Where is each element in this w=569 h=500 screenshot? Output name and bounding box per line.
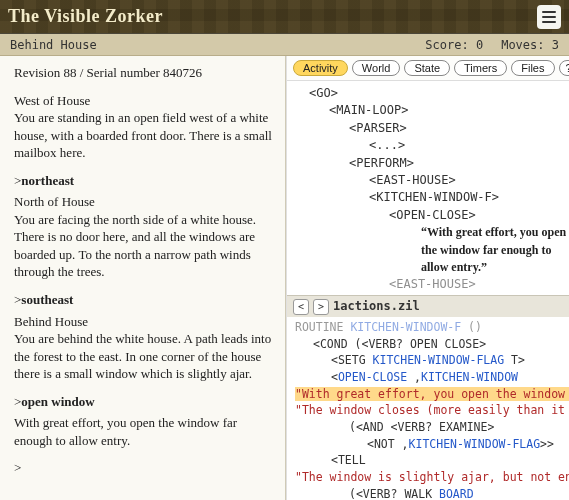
source-code-pane: ROUTINE KITCHEN-WINDOW-F () <COND (<VERB… bbox=[287, 317, 569, 500]
code-line: <COND (<VERB? OPEN CLOSE> bbox=[295, 336, 569, 353]
prompt[interactable]: > bbox=[14, 459, 273, 477]
tab-state[interactable]: State bbox=[404, 60, 450, 76]
cmd-northeast: >northeast bbox=[14, 172, 273, 190]
tab-world[interactable]: World bbox=[352, 60, 401, 76]
file-name: 1actions.zil bbox=[333, 298, 420, 315]
status-score: Score: 0 bbox=[425, 38, 483, 52]
tab-bar: Activity World State Timers Files ? bbox=[287, 56, 569, 81]
cmd-southeast: >southeast bbox=[14, 291, 273, 309]
code-line: ROUTINE KITCHEN-WINDOW-F () bbox=[295, 319, 569, 336]
trace-line[interactable]: <OPEN-CLOSE> bbox=[295, 207, 569, 224]
trace-line[interactable]: <MAIN-LOOP> bbox=[295, 102, 569, 119]
nav-back-button[interactable]: < bbox=[293, 299, 309, 315]
code-line: (<VERB? WALK BOARD bbox=[295, 486, 569, 500]
main-area: Revision 88 / Serial number 840726 West … bbox=[0, 56, 569, 500]
right-pane: Activity World State Timers Files ? <GO>… bbox=[286, 56, 569, 500]
room-behind: Behind House You are behind the white ho… bbox=[14, 313, 273, 383]
trace-line[interactable]: <...> bbox=[295, 137, 569, 154]
code-line: (<AND <VERB? EXAMINE> bbox=[295, 419, 569, 436]
trace-line[interactable]: <KITCHEN-WINDOW-F> bbox=[295, 189, 569, 206]
file-nav-bar: < > 1actions.zil bbox=[287, 295, 569, 318]
tab-files[interactable]: Files bbox=[511, 60, 554, 76]
code-line: <NOT ,KITCHEN-WINDOW-FLAG>> bbox=[295, 436, 569, 453]
code-line: <SETG KITCHEN-WINDOW-FLAG T> bbox=[295, 352, 569, 369]
status-bar: Behind House Score: 0 Moves: 3 bbox=[0, 34, 569, 56]
open-window-result: With great effort, you open the window f… bbox=[14, 414, 273, 449]
trace-line[interactable]: <GO> bbox=[295, 85, 569, 102]
title-bar: The Visible Zorker bbox=[0, 0, 569, 34]
trace-line[interactable]: <EAST-HOUSE> bbox=[295, 276, 569, 293]
menu-button[interactable] bbox=[537, 5, 561, 29]
trace-quote: “With great effort, you open the window … bbox=[295, 224, 569, 276]
story-pane: Revision 88 / Serial number 840726 West … bbox=[0, 56, 286, 500]
cmd-open-window: >open window bbox=[14, 393, 273, 411]
code-line: <TELL bbox=[295, 452, 569, 469]
room-west: West of House You are standing in an ope… bbox=[14, 92, 273, 162]
app-title: The Visible Zorker bbox=[8, 6, 163, 27]
tab-activity[interactable]: Activity bbox=[293, 60, 348, 76]
room-north: North of House You are facing the north … bbox=[14, 193, 273, 281]
revision-line: Revision 88 / Serial number 840726 bbox=[14, 64, 273, 82]
code-line: "The window is slightly ajar, but not en… bbox=[295, 469, 569, 486]
code-line: <OPEN-CLOSE ,KITCHEN-WINDOW bbox=[295, 369, 569, 386]
nav-forward-button[interactable]: > bbox=[313, 299, 329, 315]
code-highlight: "With great effort, you open the window … bbox=[295, 386, 569, 403]
code-line: "The window closes (more easily than it … bbox=[295, 402, 569, 419]
trace-pane: <GO> <MAIN-LOOP> <PARSER> <...> <PERFORM… bbox=[287, 81, 569, 500]
trace-line[interactable]: <PARSER> bbox=[295, 120, 569, 137]
status-room: Behind House bbox=[10, 38, 190, 52]
status-moves: Moves: 3 bbox=[501, 38, 559, 52]
trace-line[interactable]: <EAST-HOUSE> bbox=[295, 172, 569, 189]
tab-timers[interactable]: Timers bbox=[454, 60, 507, 76]
tab-help[interactable]: ? bbox=[559, 60, 570, 76]
trace-line[interactable]: <PERFORM> bbox=[295, 155, 569, 172]
